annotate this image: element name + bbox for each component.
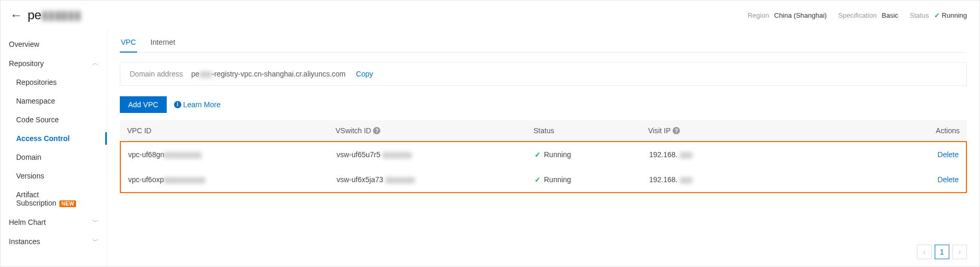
status-value: Running [942,11,967,19]
delete-link[interactable]: Delete [938,150,959,159]
vpc-prefix: vpc-uf68gn [128,150,164,159]
ip-redacted: ▮▮▮ [680,150,692,159]
cell-vpc-id: vpc-uf68gn▮▮▮▮▮▮▮▮▮ [128,150,337,159]
ip-prefix: 192.168. [649,175,678,184]
header-left: ← pe▮▮▮▮▮▮ [10,8,81,22]
copy-link[interactable]: Copy [356,70,373,78]
spec-value: Basic [882,11,898,19]
help-icon[interactable]: ? [673,127,680,134]
ip-redacted: ▮▮▮ [680,175,692,184]
cell-actions: Delete [795,150,959,159]
status-meta: Status ✓Running [910,11,967,19]
th-actions: Actions [794,126,960,135]
sidebar-item-label: Access Control [16,134,70,143]
status-text: Running [544,150,571,159]
page-next-button[interactable]: › [952,245,967,259]
cell-vpc-id: vpc-uf6oxp▮▮▮▮▮▮▮▮▮▮ [128,175,337,184]
sidebar-item-artifact-subscription[interactable]: Artifact SubscriptionNEW [1,185,107,212]
cell-status: ✓ Running [535,175,649,184]
sidebar-item-repository[interactable]: Repository ︿ [1,54,107,73]
th-vswitch-text: VSwitch ID [336,126,371,135]
region-value: China (Shanghai) [774,11,827,19]
pagination: ‹ 1 › [917,245,967,259]
spec-label: Specification [838,11,877,19]
tab-vpc[interactable]: VPC [120,33,137,53]
domain-address-box: Domain address pe▮▮▮-registry-vpc.cn-sha… [120,62,967,86]
vpc-table: VPC ID VSwitch ID ? Status Visit IP ? Ac… [120,120,967,193]
page-title: pe▮▮▮▮▮▮ [28,8,81,22]
learn-more-text: Learn More [183,100,221,109]
domain-value: pe▮▮▮-registry-vpc.cn-shanghai.cr.aliyun… [191,70,345,78]
title-prefix: pe [28,8,41,22]
info-icon: i [174,101,181,108]
learn-more-link[interactable]: i Learn More [174,100,221,109]
sidebar-item-overview[interactable]: Overview [1,35,107,54]
vsw-redacted: ▮▮▮▮▮▮▮ [382,150,412,159]
vpc-redacted: ▮▮▮▮▮▮▮▮▮▮ [164,175,205,184]
tab-internet[interactable]: Internet [150,33,176,52]
check-icon: ✓ [535,175,541,184]
vsw-prefix: vsw-uf65u7r5 [337,150,380,159]
cell-visit-ip: 192.168.▮▮▮ [649,150,795,159]
back-arrow-icon[interactable]: ← [10,9,22,21]
status-label: Status [910,11,929,19]
sidebar-item-label: Versions [16,172,44,180]
sidebar-item-instances[interactable]: Instances ﹀ [1,232,107,251]
region-label: Region [748,11,769,19]
chevron-up-icon: ︿ [92,59,98,68]
spec-meta: Specification Basic [838,11,898,19]
cell-status: ✓ Running [535,150,649,159]
table-row: vpc-uf68gn▮▮▮▮▮▮▮▮▮ vsw-uf65u7r5▮▮▮▮▮▮▮ … [121,142,966,167]
vpc-redacted: ▮▮▮▮▮▮▮▮▮ [164,150,202,159]
sidebar-item-label: Artifact SubscriptionNEW [16,190,98,207]
domain-prefix: pe [191,70,200,78]
sidebar-item-label: Domain [16,153,41,161]
sidebar-item-code-source[interactable]: Code Source [1,110,107,129]
sidebar-item-label: Repository [9,59,44,68]
domain-suffix: -registry-vpc.cn-shanghai.cr.aliyuncs.co… [212,70,346,78]
tabs: VPC Internet [120,30,967,53]
new-badge: NEW [59,200,76,207]
vsw-redacted: ▮▮▮▮▮▮▮ [386,175,415,184]
vpc-prefix: vpc-uf6oxp [128,175,164,184]
th-vpc-id: VPC ID [127,126,336,135]
th-visit-ip: Visit IP ? [648,126,794,135]
domain-redacted: ▮▮▮ [200,70,212,78]
check-icon: ✓ [934,11,940,19]
chevron-down-icon: ﹀ [92,218,98,226]
sidebar: Overview Repository ︿ Repositories Names… [1,30,107,266]
cell-actions: Delete [795,175,959,184]
th-vswitch-id: VSwitch ID ? [336,126,534,135]
check-icon: ✓ [535,150,541,159]
table-row: vpc-uf6oxp▮▮▮▮▮▮▮▮▮▮ vsw-uf6x5ja73▮▮▮▮▮▮… [121,167,966,192]
vsw-prefix: vsw-uf6x5ja73 [337,175,383,184]
th-status: Status [534,126,648,135]
page-prev-button[interactable]: ‹ [917,245,932,259]
highlighted-rows: vpc-uf68gn▮▮▮▮▮▮▮▮▮ vsw-uf65u7r5▮▮▮▮▮▮▮ … [120,141,967,193]
delete-link[interactable]: Delete [938,175,959,184]
cell-visit-ip: 192.168.▮▮▮ [649,175,795,184]
region-meta: Region China (Shanghai) [748,11,827,19]
sidebar-item-namespace[interactable]: Namespace [1,92,107,110]
sidebar-item-label: Helm Chart [9,218,46,226]
page-1-button[interactable]: 1 [935,245,949,259]
artifact-sub-text: Artifact Subscription [16,190,56,207]
sidebar-item-repositories[interactable]: Repositories [1,73,107,92]
th-visit-ip-text: Visit IP [648,126,671,135]
title-redacted: ▮▮▮▮▮▮ [41,8,81,22]
sidebar-item-helm-chart[interactable]: Helm Chart ﹀ [1,212,107,232]
action-row: Add VPC i Learn More [120,96,967,113]
sidebar-item-access-control[interactable]: Access Control [1,129,107,148]
status-text: Running [544,175,571,184]
sidebar-item-label: Overview [9,40,39,48]
help-icon[interactable]: ? [373,127,380,134]
sidebar-item-label: Instances [9,237,40,246]
ip-prefix: 192.168. [649,150,678,159]
cell-vswitch-id: vsw-uf65u7r5▮▮▮▮▮▮▮ [337,150,535,159]
sidebar-item-versions[interactable]: Versions [1,167,107,185]
sidebar-item-label: Namespace [16,97,55,105]
header: ← pe▮▮▮▮▮▮ Region China (Shanghai) Speci… [1,1,979,30]
cell-vswitch-id: vsw-uf6x5ja73▮▮▮▮▮▮▮ [337,175,535,184]
add-vpc-button[interactable]: Add VPC [120,96,167,113]
sidebar-item-domain[interactable]: Domain [1,148,107,167]
